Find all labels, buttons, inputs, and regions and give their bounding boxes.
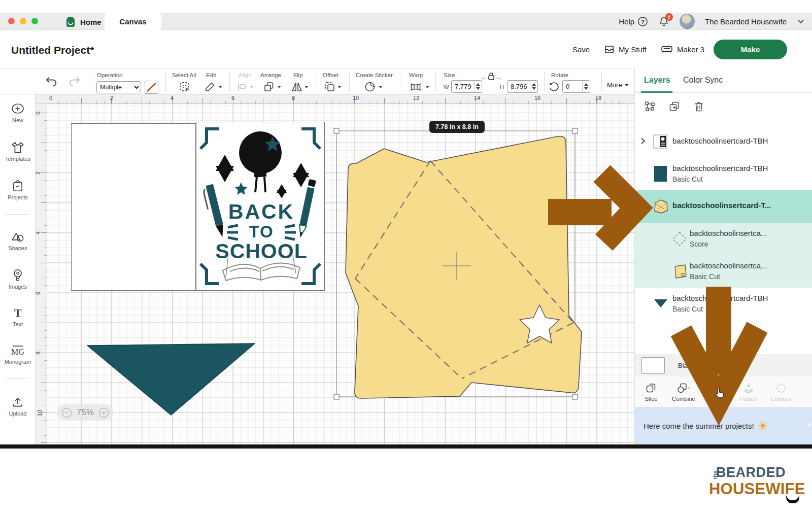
warp-caret[interactable] [425, 86, 429, 88]
layer-title: backtoschoolinsertcard-TBH [672, 136, 768, 145]
height-label: H [500, 84, 504, 90]
notification-badge: 8 [665, 13, 673, 21]
zoom-out-button[interactable]: − [62, 408, 72, 418]
canvas-color-swatch[interactable] [641, 357, 665, 374]
arrange-icon[interactable] [263, 81, 275, 93]
height-stepper[interactable] [530, 81, 537, 92]
page-title: Untitled Project* [11, 44, 94, 56]
rotate-icon[interactable] [548, 81, 560, 93]
my-stuff-button[interactable]: My Stuff [604, 43, 647, 55]
chevron-down-icon[interactable] [640, 202, 647, 209]
arrange-label: Arrange [260, 72, 281, 78]
sidebar-label-monogram: Monogram [0, 359, 36, 365]
warp-label: Warp [409, 72, 423, 78]
flatten-label: Flatten [739, 396, 757, 402]
size-lock-icon[interactable] [481, 72, 501, 81]
avatar[interactable] [680, 14, 695, 29]
operation-label: Operation [97, 72, 123, 78]
sidebar-item-monogram[interactable]: MG Monogram [0, 344, 36, 365]
group-icon[interactable] [644, 100, 656, 113]
height-input-box [507, 80, 538, 93]
machine-selector[interactable]: Maker 3 [661, 43, 704, 55]
envelope-shape[interactable] [346, 136, 582, 398]
logo-line1: BEARDED [716, 465, 786, 480]
layer-row-selected[interactable]: backtoschoolinsertcard-T... [635, 190, 812, 223]
edit-caret[interactable] [218, 86, 222, 88]
blank-canvas-row[interactable]: Blank Ca [635, 354, 812, 376]
width-input[interactable] [452, 81, 474, 92]
layer-row-score[interactable]: backtoschoolinsertca... Score [635, 223, 812, 255]
divider [601, 72, 602, 91]
edit-pencil-icon[interactable] [204, 81, 216, 93]
sidebar-item-projects[interactable]: Projects [0, 180, 36, 200]
create-sticker-caret[interactable] [379, 86, 383, 88]
save-button[interactable]: Save [572, 43, 590, 55]
flap-shape[interactable] [87, 343, 255, 415]
height-input[interactable] [507, 81, 530, 92]
svg-text:MG: MG [11, 348, 24, 356]
layer-row-teal-cut[interactable]: backtoschoolinsertcard-TBH Basic Cut [635, 158, 812, 190]
linetype-swatch[interactable] [145, 81, 158, 94]
layer-thumbnail [652, 198, 669, 215]
notifications-button[interactable]: 8 [658, 16, 669, 27]
sidebar-label-shapes: Shapes [0, 245, 36, 251]
layer-row-flap-cut[interactable]: backtoschoolinsertcard-TBH Basic Cut [635, 288, 812, 320]
sidebar-item-text[interactable]: T Text [0, 306, 36, 327]
tab-canvas[interactable]: Canvas [105, 13, 161, 30]
monogram-icon: MG [10, 344, 25, 357]
offset-caret[interactable] [337, 86, 342, 88]
tab-color-sync[interactable]: Color Sync [683, 76, 723, 85]
flip-icon[interactable] [290, 81, 303, 93]
offset-icon[interactable] [324, 81, 336, 93]
chevron-right-icon[interactable] [640, 137, 646, 145]
help-button[interactable]: Help ? [619, 16, 648, 27]
operation-select[interactable]: Multiple [96, 81, 141, 93]
divider [401, 72, 401, 91]
select-all-icon[interactable] [179, 81, 191, 93]
slice-button[interactable]: Slice [635, 376, 667, 407]
rotate-input[interactable] [563, 81, 582, 92]
more-button[interactable]: More [607, 81, 629, 89]
rotate-stepper[interactable] [582, 81, 590, 92]
layers-panel: Layers Color Sync [634, 68, 812, 444]
arrange-caret[interactable] [277, 86, 281, 88]
fullscreen-window-button[interactable] [31, 18, 38, 24]
undo-icon[interactable] [45, 76, 58, 88]
width-stepper[interactable] [474, 81, 482, 92]
sidebar-item-upload[interactable]: Upload [0, 396, 36, 417]
chevron-down-icon[interactable] [797, 17, 805, 25]
combine-button[interactable]: Combine [667, 376, 700, 407]
duplicate-icon[interactable] [668, 100, 681, 113]
my-stuff-label: My Stuff [619, 45, 647, 54]
slice-label: Slice [645, 396, 658, 402]
divider [165, 72, 166, 91]
make-button[interactable]: Make [714, 40, 787, 59]
upload-icon [11, 396, 24, 409]
sidebar-item-new[interactable]: New [0, 102, 36, 123]
align-caret [250, 86, 254, 88]
flip-caret[interactable] [304, 86, 309, 88]
layer-row-yellow-cut[interactable]: backtoschoolinsertca... Basic Cut [635, 255, 812, 288]
warp-icon[interactable] [409, 81, 422, 93]
close-window-button[interactable] [8, 18, 15, 24]
svg-text:?: ? [641, 18, 645, 24]
design-canvas[interactable]: 0 2 4 6 8 10 12 14 16 18 0 2 4 6 8 10 [36, 94, 634, 444]
zoom-in-button[interactable]: + [99, 408, 109, 418]
layer-row-group[interactable]: backtoschoolinsertcard-TBH [635, 125, 812, 158]
promo-banner[interactable]: Here come the summer projects! × [635, 407, 812, 444]
sidebar-item-images[interactable]: Images [0, 268, 36, 290]
sidebar-item-shapes[interactable]: Shapes [0, 230, 36, 251]
contour-label: Contour [771, 396, 792, 402]
layer-subtitle: Basic Cut [690, 272, 720, 281]
trash-icon[interactable] [693, 100, 705, 113]
tab-home[interactable]: Home [65, 15, 101, 29]
banner-close-icon[interactable]: × [806, 420, 811, 431]
redo-icon[interactable] [68, 76, 81, 88]
sidebar-item-templates[interactable]: Templates [0, 141, 36, 162]
layer-thumbnail [654, 166, 667, 182]
tab-layers[interactable]: Layers [644, 76, 670, 85]
minimize-window-button[interactable] [20, 18, 26, 24]
create-sticker-icon[interactable] [364, 81, 376, 93]
rotate-input-box [562, 80, 590, 93]
attach-button[interactable]: Attach [700, 376, 732, 407]
